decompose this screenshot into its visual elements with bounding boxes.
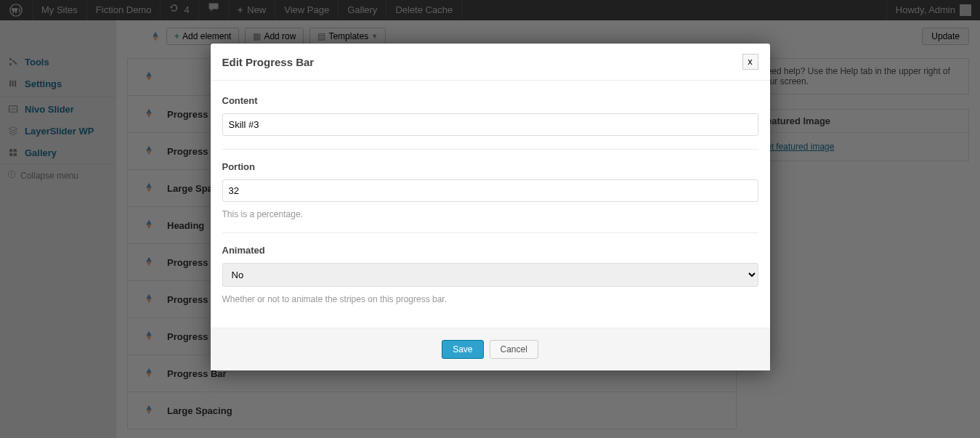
animated-label: Animated [222,245,758,256]
edit-progress-bar-modal: Edit Progress Bar x Content Portion This… [211,44,770,370]
animated-select[interactable]: No [222,263,758,287]
portion-label: Portion [222,161,758,172]
portion-description: This is a percentage. [222,209,758,219]
content-label: Content [222,95,758,106]
portion-input[interactable] [222,179,758,202]
animated-description: Whether or not to animate the stripes on… [222,294,758,304]
modal-close-button[interactable]: x [742,54,758,70]
cancel-button[interactable]: Cancel [490,340,538,359]
content-input[interactable] [222,113,758,136]
save-button[interactable]: Save [442,340,483,359]
modal-title: Edit Progress Bar [222,56,315,68]
